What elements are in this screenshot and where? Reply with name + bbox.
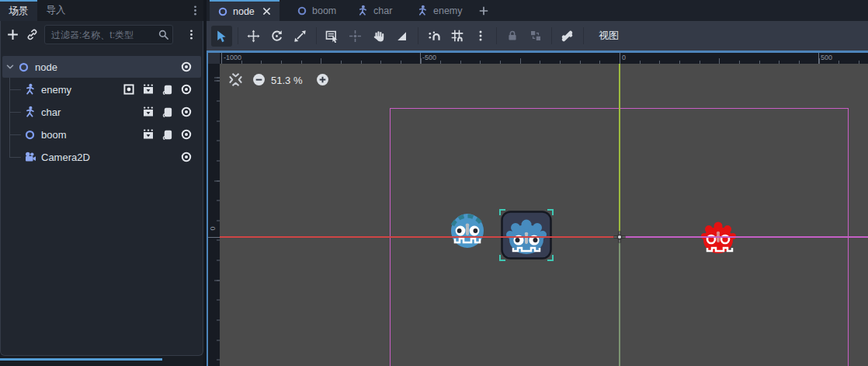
node-circle-icon — [217, 6, 228, 17]
toolbar-separator — [316, 27, 317, 44]
ruler-label: -500 — [422, 54, 436, 61]
vertical-ruler: 0 — [208, 64, 220, 366]
visibility-icon[interactable] — [180, 106, 193, 118]
ruler-tick — [420, 53, 421, 64]
list-select-button[interactable] — [321, 26, 342, 47]
toolbar-separator — [551, 27, 552, 44]
move-tool-button[interactable] — [243, 26, 264, 47]
visibility-icon[interactable] — [180, 151, 193, 163]
tree-row-enemy[interactable]: enemy — [2, 78, 201, 100]
dock-tab-import[interactable]: 导入 — [37, 0, 75, 21]
tree-options-icon[interactable] — [186, 29, 197, 40]
ruler-label: -1000 — [224, 54, 241, 61]
filter-input[interactable] — [44, 25, 173, 44]
editable-children-icon[interactable] — [123, 83, 135, 96]
open-scene-icon[interactable] — [142, 83, 155, 96]
main-editor-area: node boom char enemy — [207, 0, 868, 366]
add-node-icon[interactable] — [6, 28, 19, 41]
lock-button[interactable] — [502, 26, 523, 47]
group-button[interactable] — [525, 26, 546, 47]
ruler-label: 500 — [821, 54, 832, 61]
selection-handle[interactable] — [499, 209, 505, 215]
x-axis-line — [220, 236, 620, 238]
sprite-char-selected[interactable] — [501, 211, 552, 260]
toolbar-separator — [496, 27, 497, 44]
scene-tab-boom[interactable]: boom — [289, 0, 344, 21]
rotate-tool-button[interactable] — [266, 26, 287, 47]
scene-tab-label: char — [373, 5, 392, 16]
dock-tab-bar: 场景 导入 — [0, 0, 203, 21]
scene-tab-bar: node boom char enemy — [207, 0, 868, 21]
script-icon[interactable] — [161, 129, 173, 141]
ruler-tick — [620, 53, 620, 64]
toolbar-separator — [238, 27, 238, 44]
pivot-tool-button[interactable] — [345, 26, 366, 47]
chevron-down-icon[interactable] — [5, 61, 16, 72]
scene-tree-panel: node enemy char — [0, 21, 203, 356]
grid-snap-button[interactable] — [446, 26, 467, 47]
zoom-in-button[interactable] — [316, 73, 329, 86]
sprite-enemy[interactable] — [698, 217, 739, 258]
smart-snap-button[interactable] — [423, 26, 444, 47]
node-circle-icon — [18, 61, 30, 73]
character-body-icon — [417, 5, 429, 16]
tree-row-label: enemy — [41, 84, 71, 96]
ruler-tool-button[interactable] — [391, 26, 412, 47]
x-axis-line-magenta — [620, 236, 868, 238]
toolbar-separator — [418, 27, 418, 44]
tree-row-label: boom — [41, 129, 67, 141]
zoom-level[interactable]: 51.3 % — [271, 75, 302, 86]
ruler-label: 0 — [622, 54, 626, 61]
center-view-icon[interactable] — [228, 72, 243, 87]
scale-tool-button[interactable] — [290, 26, 311, 47]
open-scene-icon[interactable] — [142, 106, 155, 118]
pan-tool-button[interactable] — [368, 26, 389, 47]
new-scene-tab-icon[interactable] — [478, 5, 489, 16]
visibility-icon[interactable] — [180, 128, 193, 141]
dock-tab-scene-label: 场景 — [9, 5, 29, 18]
character-body-icon — [24, 83, 36, 96]
script-icon[interactable] — [161, 84, 173, 96]
character-body-icon — [24, 106, 36, 118]
visibility-icon[interactable] — [180, 83, 193, 96]
view-menu-button[interactable]: 视图 — [592, 26, 625, 46]
scene-tab-label: enemy — [433, 5, 463, 16]
tree-row-node[interactable]: node — [2, 56, 201, 78]
node-circle-icon — [297, 5, 307, 16]
ruler-tick — [208, 237, 220, 238]
canvas-viewport: -1000 -500 0 500 0 — [207, 51, 868, 366]
tree-row-boom[interactable]: boom — [2, 124, 201, 145]
dock-tab-import-label: 导入 — [47, 4, 66, 17]
origin-crosshair — [613, 230, 627, 244]
tree-row-char[interactable]: char — [2, 101, 201, 123]
open-scene-icon[interactable] — [142, 128, 155, 141]
selection-handle[interactable] — [499, 255, 505, 261]
visibility-icon[interactable] — [180, 61, 193, 73]
scene-tab-node[interactable]: node — [210, 0, 279, 21]
snap-options-button[interactable] — [470, 26, 491, 47]
sprite-boom[interactable] — [449, 210, 486, 251]
select-tool-button[interactable] — [211, 26, 232, 47]
node-circle-icon — [24, 129, 36, 141]
instance-scene-icon[interactable] — [26, 29, 38, 40]
skeleton-options-button[interactable] — [557, 26, 578, 47]
selection-handle[interactable] — [547, 255, 554, 261]
tree-row-label: char — [41, 106, 61, 118]
canvas-2d[interactable]: 51.3 % — [220, 64, 868, 366]
camera-icon — [24, 151, 36, 163]
canvas-toolbar: 视图 — [207, 21, 868, 51]
scene-tab-enemy[interactable]: enemy — [409, 0, 470, 21]
script-icon[interactable] — [161, 106, 173, 118]
bottom-panel-accent — [0, 358, 162, 361]
dock-menu-icon[interactable] — [189, 5, 201, 16]
tree-row-camera2d[interactable]: Camera2D — [2, 146, 201, 168]
scene-tab-label: boom — [312, 5, 336, 16]
zoom-out-button[interactable] — [252, 73, 266, 86]
search-icon — [158, 29, 169, 40]
close-icon[interactable] — [262, 6, 272, 16]
ruler-tick — [221, 53, 222, 64]
dock-tab-scene[interactable]: 场景 — [0, 0, 37, 21]
selection-handle[interactable] — [547, 209, 554, 215]
y-axis-line — [619, 64, 620, 237]
scene-tab-char[interactable]: char — [349, 0, 400, 21]
